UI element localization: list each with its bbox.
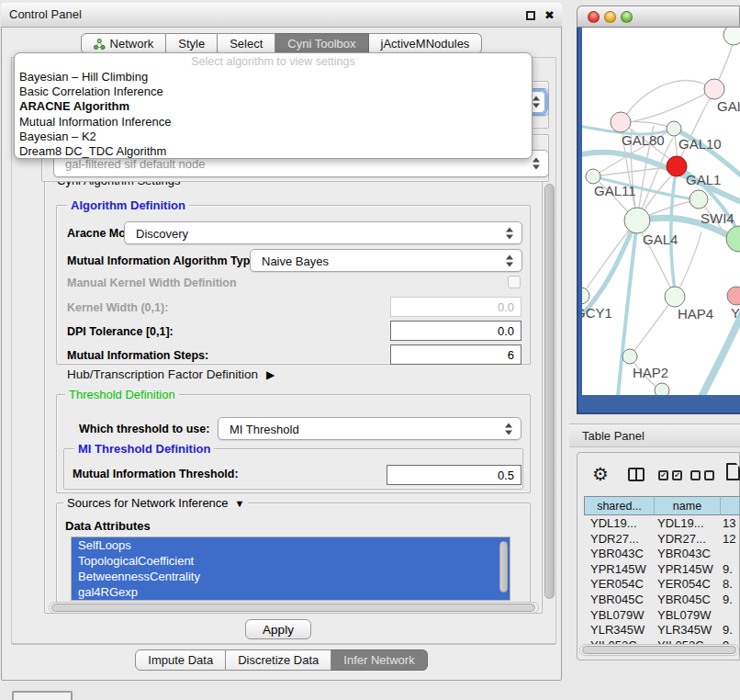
table-row[interactable]: YBR045CYBR045C9. [578, 593, 740, 608]
dropdown-item-mutual-information-inference[interactable]: Mutual Information Inference [15, 115, 532, 130]
table-cell: YBR043C [657, 547, 711, 562]
table-row[interactable]: YLR345WYLR345W9. [578, 623, 740, 638]
select-all-checkboxes-icon[interactable]: ✔ [672, 470, 682, 480]
mi-steps-value: 6 [508, 348, 514, 362]
dropdown-item-bayesian-hill-climbing[interactable]: Bayesian – Hill Climbing [15, 70, 532, 85]
aracne-mode-combo[interactable]: Discovery [124, 221, 522, 244]
hub-tf-label: Hub/Transcription Factor Definition [67, 367, 258, 381]
table-hscrollbar-thumb[interactable] [582, 646, 736, 654]
table-row[interactable]: YDR27...YDR27...12 [578, 532, 740, 548]
control-panel-titlebar[interactable]: Control Panel ✖ [1, 3, 562, 28]
tab-select[interactable]: Select [218, 33, 275, 54]
column-header-3[interactable] [721, 496, 740, 515]
attribute-item-betweennesscentrality[interactable]: BetweennessCentrality [72, 569, 510, 584]
table-row[interactable]: YPR145WYPR145W9. [578, 562, 740, 578]
data-attributes-list[interactable]: SelfLoopsTopologicalCoefficientBetweenne… [71, 536, 510, 601]
network-node-y[interactable] [727, 287, 740, 305]
which-threshold-value: MI Threshold [230, 418, 299, 441]
cyni-algorithm-settings-group: Algorithm Definition Aracne Mode: Discov… [44, 180, 543, 614]
manual-kernel-width-label: Manual Kernel Width Definition [67, 277, 237, 289]
tab-label: Network [110, 37, 154, 51]
list-scrollbar-thumb[interactable] [499, 541, 508, 593]
settings-hscrollbar-thumb[interactable] [51, 604, 535, 612]
attribute-item-gal4rgexp[interactable]: gal4RGexp [72, 584, 510, 600]
close-button[interactable] [588, 11, 600, 23]
tab-discretize-data[interactable]: Discretize Data [226, 649, 331, 671]
table-row[interactable]: YBL079WYBL079W [578, 608, 740, 624]
node-label: GAL [717, 98, 740, 114]
mi-algorithm-type-combo[interactable]: Naive Bayes [250, 249, 522, 272]
floating-grip-box [12, 691, 73, 700]
node-label: GAL11 [594, 183, 636, 198]
dropdown-item-dream8-dc-tdc-algorithm[interactable]: Dream8 DC_TDC Algorithm [15, 144, 532, 159]
gear-icon[interactable]: ⚙ [592, 465, 609, 483]
report-icon[interactable] [726, 463, 740, 480]
network-node[interactable] [655, 383, 669, 395]
network-window-titlebar[interactable] [577, 6, 740, 28]
dropdown-item-aracne-algorithm[interactable]: ARACNE Algorithm [15, 99, 532, 114]
algorithm-dropdown-popup: Select algorithm to view settings Bayesi… [14, 52, 533, 159]
network-node-hap2[interactable] [622, 349, 637, 364]
apply-button[interactable]: Apply [245, 619, 311, 639]
tab-infer-network[interactable]: Infer Network [331, 649, 427, 671]
table-row[interactable]: YBR043CYBR043C [578, 547, 740, 562]
mi-threshold-field[interactable]: 0.5 [387, 465, 521, 485]
bottom-tabs: Impute DataDiscretize DataInfer Network [0, 649, 563, 671]
network-node-gal11[interactable] [586, 169, 600, 184]
sources-title-text: Sources for Network Inference [67, 496, 229, 510]
control-panel-title: Control Panel [9, 3, 82, 27]
table-cell: YPR145W [657, 562, 713, 578]
network-node-gcy1[interactable] [582, 288, 589, 304]
network-node-gal4[interactable] [624, 208, 650, 233]
tab-style[interactable]: Style [166, 33, 218, 54]
network-node-gal1[interactable] [667, 156, 687, 176]
sources-group-title[interactable]: Sources for Network Inference ▼ [63, 496, 248, 510]
dropdown-item-basic-correlation-inference[interactable]: Basic Correlation Inference [15, 85, 532, 99]
tab-impute-data[interactable]: Impute Data [135, 649, 226, 671]
table-row[interactable]: YDL19...YDL19...13 [578, 516, 740, 532]
aracne-mode-value: Discovery [136, 222, 188, 245]
deselect-all-checkboxes-icon[interactable] [704, 470, 714, 480]
mi-threshold-value: 0.5 [498, 469, 514, 482]
combo-arrows-icon [533, 96, 540, 108]
float-window-icon[interactable] [526, 11, 535, 20]
network-canvas[interactable]: GALGAL80GAL10GAL1SWI4GAL11GAL4GCY1HAP4YH… [582, 28, 740, 395]
network-node-swi4[interactable] [690, 190, 708, 209]
attribute-item-topologicalcoefficient[interactable]: TopologicalCoefficient [72, 553, 510, 569]
tab-cyni-toolbox[interactable]: Cyni Toolbox [275, 33, 368, 54]
network-node-gal80[interactable] [611, 112, 631, 132]
hub-tf-expander[interactable]: Hub/Transcription Factor Definition ▶ [67, 367, 275, 381]
close-panel-icon[interactable]: ✖ [544, 7, 555, 24]
network-node[interactable] [726, 226, 740, 252]
settings-vscrollbar-thumb[interactable] [544, 184, 555, 599]
split-view-icon[interactable] [628, 468, 645, 481]
network-node[interactable] [723, 28, 740, 45]
tab-network[interactable]: Network [81, 33, 167, 54]
network-node-hap4[interactable] [665, 287, 685, 307]
table-cell: 9. [723, 562, 733, 578]
kernel-width-field[interactable]: 0.0 [390, 297, 521, 317]
mi-steps-label: Mutual Information Steps: [67, 349, 208, 362]
which-threshold-combo[interactable]: MI Threshold [218, 417, 521, 440]
minimize-button[interactable] [604, 11, 616, 23]
column-header-name[interactable]: name [655, 496, 721, 515]
deselect-all-checkboxes-icon[interactable] [690, 470, 701, 480]
node-label: GAL10 [678, 136, 722, 152]
tab-jactivemnodules[interactable]: jActiveMNodules [369, 33, 483, 54]
select-all-checkboxes-icon[interactable]: ✔ [658, 470, 668, 480]
attribute-item-selfloops[interactable]: SelfLoops [72, 537, 510, 553]
network-node-gal[interactable] [704, 79, 724, 99]
node-label: Y [731, 305, 740, 321]
mi-threshold-group-title: MI Threshold Definition [74, 442, 214, 456]
network-node-gal10[interactable] [667, 121, 681, 136]
table-panel-titlebar[interactable]: Table Panel [569, 423, 740, 447]
mi-steps-field[interactable]: 6 [390, 344, 521, 365]
dpi-tolerance-field[interactable]: 0.0 [390, 321, 521, 341]
zoom-button[interactable] [621, 11, 633, 23]
column-header-shared[interactable]: shared... [584, 496, 655, 515]
table-row[interactable]: YER054CYER054C8. [578, 577, 740, 593]
dropdown-item-bayesian-k2[interactable]: Bayesian – K2 [15, 130, 532, 144]
node-label: SWI4 [701, 210, 734, 226]
dropdown-items: Bayesian – Hill ClimbingBasic Correlatio… [15, 70, 532, 159]
manual-kernel-width-checkbox[interactable] [508, 276, 521, 288]
